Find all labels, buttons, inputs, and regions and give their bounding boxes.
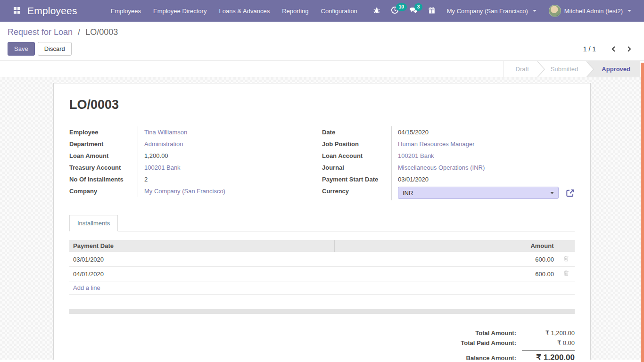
message-count-badge: 3 [414, 3, 423, 11]
status-step-approved[interactable]: Approved [587, 61, 640, 77]
total-amount-row: Total Amount: ₹ 1,200.00 [475, 328, 575, 338]
field-label-date: Date [322, 126, 392, 138]
field-value-treasury-account[interactable]: 100201 Bank [138, 162, 314, 173]
field-label-installments-count: No Of Installments [69, 173, 138, 185]
user-name: Mitchell Admin (test2) [564, 8, 623, 15]
field-value-installments-count[interactable]: 2 [138, 173, 314, 185]
field-value-company[interactable]: My Company (San Francisco) [138, 185, 314, 197]
messages-button[interactable]: 3 [404, 0, 423, 22]
add-a-line-link[interactable]: Add a line [73, 284, 100, 291]
field-label-company: Company [69, 185, 138, 197]
pager-next-button[interactable] [622, 44, 636, 54]
company-name: My Company (San Francisco) [447, 8, 528, 15]
field-label-payment-start-date: Payment Start Date [322, 173, 392, 185]
field-group-right: Date 04/15/2020 Job Position Human Resou… [322, 126, 575, 200]
field-label-loan-amount: Loan Amount [69, 150, 138, 162]
statusbar: Draft Submitted Approved [0, 60, 644, 77]
form-view-content: LO/0003 Employee Tina Williamson Departm… [0, 77, 644, 360]
field-label-job-position: Job Position [322, 138, 392, 150]
field-label-employee: Employee [69, 126, 138, 138]
breadcrumb: Request for Loan / LO/0003 [8, 27, 636, 37]
column-header-amount[interactable]: Amount [335, 240, 558, 252]
table-row[interactable]: 04/01/2020 600.00 [69, 267, 575, 281]
cell-payment-date[interactable]: 03/01/2020 [69, 252, 335, 267]
currency-external-link-button[interactable] [566, 189, 575, 197]
menu-configuration[interactable]: Configuration [315, 0, 363, 22]
menu-reporting[interactable]: Reporting [276, 0, 314, 22]
breadcrumb-parent-link[interactable]: Request for Loan [8, 27, 73, 37]
total-paid-amount-row: Total Paid Amount: ₹ 0.00 [461, 338, 575, 348]
breadcrumb-separator: / [78, 27, 80, 37]
horizontal-scrollbar[interactable] [69, 309, 575, 314]
total-amount-value: ₹ 1,200.00 [522, 329, 575, 337]
field-label-loan-account: Loan Account [322, 150, 392, 162]
menu-employee-directory[interactable]: Employee Directory [147, 0, 213, 22]
field-value-date[interactable]: 04/15/2020 [392, 126, 575, 138]
trash-icon [563, 270, 569, 276]
bug-icon [373, 7, 380, 16]
field-value-journal[interactable]: Miscellaneous Operations (INR) [392, 162, 575, 173]
debug-bug-button[interactable] [368, 0, 386, 22]
status-step-submitted[interactable]: Submitted [538, 61, 587, 77]
field-value-employee[interactable]: Tina Williamson [138, 126, 314, 138]
avatar [549, 5, 561, 17]
vertical-scrollbar[interactable] [641, 63, 644, 362]
totals-group: Total Amount: ₹ 1,200.00 Total Paid Amou… [69, 328, 575, 360]
discard-button[interactable]: Discard [38, 42, 72, 56]
apps-menu-button[interactable] [0, 7, 27, 15]
control-panel: Request for Loan / LO/0003 Save Discard … [0, 22, 644, 77]
field-group-left: Employee Tina Williamson Department Admi… [69, 126, 314, 200]
form-sheet: LO/0003 Employee Tina Williamson Departm… [53, 83, 591, 360]
table-row[interactable]: 03/01/2020 600.00 [69, 252, 575, 267]
cell-amount[interactable]: 600.00 [335, 267, 558, 281]
field-value-loan-account[interactable]: 100201 Bank [392, 150, 575, 162]
select-caret-icon [550, 192, 554, 194]
activities-button[interactable]: 10 [386, 0, 404, 22]
column-header-payment-date[interactable]: Payment Date [69, 240, 335, 252]
delete-row-button[interactable] [563, 256, 569, 263]
notebook: Installments Payment Date Amount 03/01/2… [69, 214, 575, 314]
cell-amount[interactable]: 600.00 [335, 252, 558, 267]
chevron-left-icon [611, 46, 616, 52]
gift-icon [428, 7, 436, 16]
field-value-payment-start-date[interactable]: 03/01/2020 [392, 173, 575, 185]
company-switcher[interactable]: My Company (San Francisco) [441, 0, 543, 22]
systray: 10 3 My Company (San Francisco) Mitchell… [368, 0, 637, 22]
total-paid-amount-label: Total Paid Amount: [461, 339, 516, 346]
table-header-row: Payment Date Amount [69, 240, 575, 252]
pager-previous-button[interactable] [606, 44, 620, 54]
save-button[interactable]: Save [8, 42, 35, 56]
field-value-currency-widget: INR [392, 185, 575, 200]
apps-grid-icon [14, 7, 20, 15]
balance-amount-row: Balance Amount: ₹ 1,200.00 [466, 348, 575, 360]
balance-amount-value: ₹ 1,200.00 [522, 350, 575, 360]
currency-selected-option: INR [403, 189, 413, 197]
main-menu: Employees Employee Directory Loans & Adv… [105, 0, 363, 22]
field-grid: Employee Tina Williamson Department Admi… [69, 126, 575, 200]
field-label-treasury-account: Treasury Account [69, 162, 138, 173]
status-step-draft[interactable]: Draft [503, 61, 537, 77]
pager-value: 1 / 1 [583, 45, 596, 53]
user-menu[interactable]: Mitchell Admin (test2) [543, 0, 637, 22]
delete-row-button[interactable] [563, 271, 569, 278]
record-title: LO/0003 [69, 98, 575, 112]
field-label-currency: Currency [322, 185, 392, 200]
field-value-job-position[interactable]: Human Resources Manager [392, 138, 575, 150]
rewards-button[interactable] [423, 0, 441, 22]
external-link-icon [566, 189, 575, 197]
chevron-down-icon [627, 10, 631, 12]
installments-table: Payment Date Amount 03/01/2020 600.00 [69, 240, 575, 295]
pager: 1 / 1 [583, 44, 636, 54]
cell-payment-date[interactable]: 04/01/2020 [69, 267, 335, 281]
breadcrumb-current: LO/0003 [85, 27, 118, 37]
field-value-department[interactable]: Administration [138, 138, 314, 150]
menu-employees[interactable]: Employees [105, 0, 147, 22]
app-brand-title[interactable]: Employees [27, 5, 77, 16]
menu-loans-advances[interactable]: Loans & Advances [213, 0, 276, 22]
tab-installments[interactable]: Installments [69, 215, 118, 231]
chevron-down-icon [533, 10, 537, 12]
total-amount-label: Total Amount: [475, 329, 516, 337]
field-value-loan-amount[interactable]: 1,200.00 [138, 150, 314, 162]
currency-select[interactable]: INR [398, 187, 559, 199]
field-label-journal: Journal [322, 162, 392, 173]
